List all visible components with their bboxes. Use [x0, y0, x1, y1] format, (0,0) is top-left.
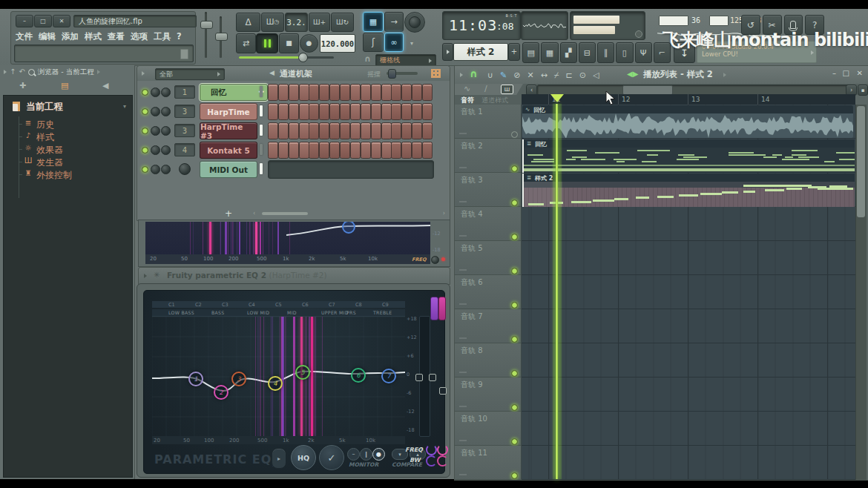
time-display[interactable]: 11:03 :08 B:S:T [442, 11, 521, 40]
track-header-2[interactable]: 音轨 2 [455, 139, 522, 173]
eq-band2-handle[interactable]: 2 [214, 385, 228, 400]
playhead-marker[interactable] [550, 94, 564, 102]
undo-icon[interactable]: ↶ [19, 68, 24, 76]
eq-gain-slider-a[interactable] [430, 297, 438, 320]
track-lane-8[interactable] [522, 343, 855, 377]
playback-tool-icon[interactable]: ◁ [593, 71, 599, 79]
browser-next-icon[interactable] [97, 70, 100, 74]
hint-caret-icon[interactable] [811, 50, 814, 55]
step-cell[interactable] [371, 84, 381, 101]
step-cell[interactable] [371, 122, 381, 139]
plugins-tab-icon[interactable]: ✚ [19, 82, 26, 90]
slice-tool-icon[interactable]: ⌿ [554, 71, 559, 79]
browser-item-历史[interactable]: ≣历史 [4, 118, 132, 130]
freq-knob-a[interactable] [426, 444, 437, 455]
minimize-button[interactable]: – [16, 15, 33, 27]
draw-tool-icon[interactable]: ✎ [500, 71, 507, 79]
automation-mode-icon[interactable]: / [484, 85, 487, 93]
eq-menu-icon[interactable] [144, 274, 147, 278]
step-cell[interactable] [299, 122, 309, 139]
channel-enable-led[interactable] [142, 128, 148, 134]
step-cell[interactable] [361, 122, 371, 139]
browser-item-效果器[interactable]: ☼效果器 [4, 143, 132, 155]
bpm-display[interactable]: 120.000 [320, 34, 355, 53]
piano-roll-toggle-button[interactable]: ▞ [560, 42, 577, 63]
track-header-7[interactable]: 音轨 7 [455, 309, 522, 343]
step-cell[interactable] [340, 142, 350, 159]
step-cell[interactable] [268, 84, 278, 101]
step-cell[interactable] [391, 103, 401, 120]
timeline-bar-13[interactable]: 13 [691, 96, 700, 103]
step-cell[interactable] [278, 122, 289, 139]
metronome-button[interactable]: Δ [236, 13, 260, 32]
gear-icon[interactable]: ✳ [154, 271, 160, 279]
eq-toggle-c[interactable] [439, 387, 447, 395]
step-cell[interactable] [289, 103, 299, 120]
track-mute-led[interactable] [511, 370, 518, 377]
eq-band4-handle[interactable]: 4 [268, 376, 283, 391]
master-volume-slider[interactable] [205, 12, 207, 58]
step-cell[interactable] [391, 142, 401, 159]
cut-button[interactable]: ✂ [763, 15, 782, 35]
playhead-line[interactable] [556, 104, 558, 479]
step-cell[interactable] [401, 84, 412, 101]
step-cell[interactable] [278, 84, 289, 101]
mic-record-button[interactable] [784, 15, 803, 35]
channel-enable-led[interactable] [142, 89, 148, 96]
pl-zoom-button[interactable]: ▪ [858, 85, 868, 96]
step-cell[interactable] [422, 142, 433, 159]
oscilloscope[interactable] [521, 11, 568, 40]
audio-tab-icon[interactable]: ◀ [102, 82, 108, 90]
track-header-9[interactable]: 音轨 9 [455, 377, 522, 412]
eq-gain-slider-b[interactable] [438, 297, 446, 320]
step-cell[interactable] [329, 142, 340, 159]
eq-shape-button[interactable]: ▸ [272, 448, 286, 469]
track-lane-7[interactable] [522, 309, 855, 343]
spectrum-graph[interactable] [145, 222, 430, 254]
master-volume-thumb[interactable] [200, 21, 213, 29]
position-display[interactable]: 3.2. [285, 13, 308, 32]
channel-volume-knob[interactable] [161, 165, 171, 174]
rack-grid-icon[interactable] [431, 69, 441, 78]
menu-item-添加[interactable]: 添加 [62, 31, 79, 42]
track-header-11[interactable]: 音轨 11 [455, 446, 522, 480]
collapse-icon[interactable] [4, 70, 7, 74]
step-cell[interactable] [319, 84, 329, 101]
spec-freq-knob[interactable] [431, 256, 439, 264]
eq-band6-handle[interactable]: 6 [351, 368, 366, 383]
browser-item-外接控制[interactable]: ♜外接控制 [4, 168, 132, 180]
monitor-left-button[interactable]: – [347, 448, 360, 461]
channel-rack-titlebar[interactable]: 全部 ◀ 通道机架 摇摆 [137, 66, 450, 81]
close-button[interactable]: ✕ [53, 15, 70, 27]
channel-pan-knob[interactable] [151, 145, 160, 155]
track-mute-led[interactable] [511, 234, 518, 240]
rack-filter-selector[interactable]: 全部 [155, 68, 225, 80]
track-header-3[interactable]: 音轨 3 [455, 173, 522, 207]
channel-mute-indicator[interactable] [260, 163, 263, 174]
audio-clip-回忆[interactable]: ∿回忆 [522, 105, 853, 138]
track-header-8[interactable]: 音轨 8 [455, 343, 522, 377]
step-cell[interactable] [361, 84, 371, 101]
channel-target-track[interactable]: 4 [174, 143, 195, 156]
pattern-add-button[interactable]: Ш+ [309, 13, 330, 32]
step-cell[interactable] [289, 142, 299, 159]
add-channel-button[interactable]: + [225, 208, 232, 219]
step-cell[interactable] [350, 122, 361, 139]
channel-pan-knob[interactable] [151, 107, 160, 116]
playlist-title-caret[interactable] [723, 73, 726, 77]
step-cell[interactable] [289, 122, 299, 139]
project-info-toggle-button[interactable]: ▯ [616, 42, 633, 63]
stop-button[interactable]: ■ [279, 33, 299, 53]
step-cell[interactable] [401, 103, 412, 120]
step-cell[interactable] [412, 84, 422, 101]
channel-mute-indicator[interactable] [260, 105, 263, 116]
step-cell[interactable] [299, 103, 309, 120]
channel-target-track[interactable]: 1 [174, 85, 195, 99]
typing-keyboard-button[interactable]: ▦ [363, 12, 384, 32]
track-mute-led[interactable] [511, 404, 518, 411]
track-lane-6[interactable] [522, 275, 855, 309]
track-mute-led[interactable] [511, 302, 518, 309]
playlist-menu-icon[interactable] [460, 73, 463, 77]
playlist-vscroll[interactable] [855, 105, 867, 480]
download-button[interactable]: ↧ [674, 42, 695, 63]
